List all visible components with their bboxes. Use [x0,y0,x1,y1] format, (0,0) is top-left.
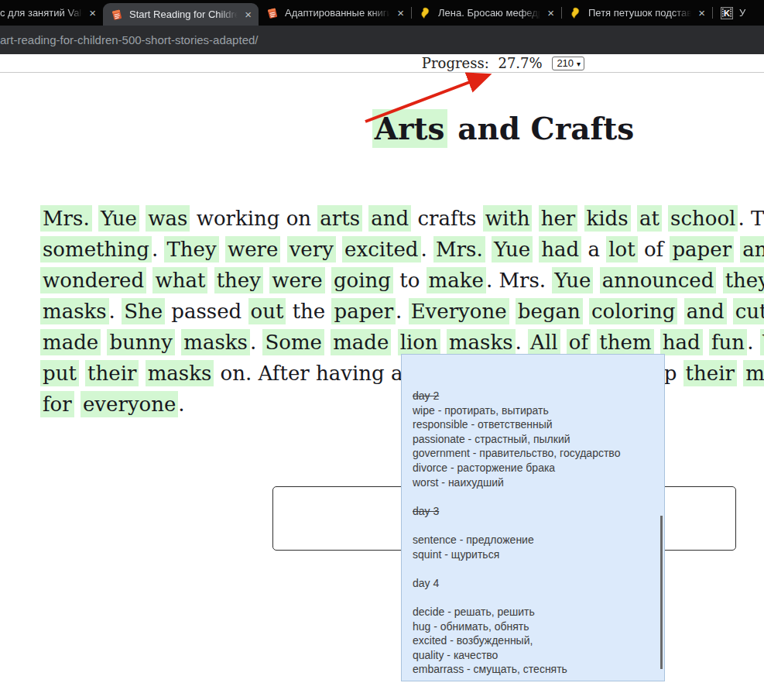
highlighted-word[interactable]: they [723,267,764,293]
highlighted-word[interactable]: paper [670,236,734,262]
highlighted-word[interactable]: them [597,329,653,355]
tab-strip: с для занятий Valeria×Start Reading for … [0,0,764,26]
highlighted-word[interactable]: and [684,298,727,324]
vocab-entry: day 2 [413,389,656,403]
browser-tab[interactable]: Адаптированные книги к× [259,0,411,26]
highlighted-word[interactable]: their [683,360,737,386]
highlighted-word[interactable]: paper [331,298,396,324]
highlighted-word[interactable]: Yue [98,205,139,232]
story-line: Mrs. Yue was working on arts and crafts … [40,203,764,234]
browser-tab[interactable]: Start Reading for Children× [103,3,259,26]
highlighted-word[interactable]: coloring [589,298,677,324]
highlighted-word[interactable]: All [528,329,560,355]
word: on. [221,362,252,385]
highlighted-word[interactable]: and [368,205,411,232]
highlighted-word[interactable]: Yue [552,267,593,293]
highlighted-word[interactable]: at [637,205,662,232]
highlighted-word[interactable]: fun [709,329,747,355]
highlighted-title-word[interactable]: Arts [372,109,447,148]
highlighted-word[interactable]: their [85,360,139,386]
highlighted-word[interactable]: had [660,329,703,355]
highlighted-word[interactable]: something [40,236,152,262]
highlighted-word[interactable]: began [516,298,583,324]
close-tab-icon[interactable]: × [694,6,712,19]
highlighted-word[interactable]: announced [600,267,717,293]
highlighted-word[interactable]: school [668,205,738,232]
tooltip-scrollbar[interactable] [660,516,663,669]
url-bar[interactable]: art-reading-for-children-500-short-stori… [0,26,764,54]
highlighted-word[interactable]: bunny [107,329,175,355]
highlighted-word[interactable]: and [740,236,764,262]
highlighted-word[interactable]: wondered [40,267,146,293]
vocabulary-tooltip: day 2wipe - протирать, вытиратьresponsib… [401,354,665,681]
highlighted-word[interactable]: masks [447,329,516,355]
close-tab-icon[interactable]: × [392,6,411,19]
vocab-entry: worst - наихудший [413,475,656,490]
browser-tab[interactable]: KУ [713,0,752,26]
word: Mrs. [498,269,546,292]
highlighted-word[interactable]: mess [743,360,764,386]
highlighted-word[interactable]: were [269,267,324,293]
highlighted-word[interactable]: lot [606,236,637,262]
highlighted-word[interactable]: they [214,267,263,293]
highlighted-word[interactable]: masks [181,329,250,355]
highlighted-word[interactable]: Mrs. [40,205,92,232]
highlighted-word[interactable]: very [287,236,336,262]
word: to [399,269,420,292]
highlighted-word[interactable]: her [539,205,578,232]
close-tab-icon[interactable]: × [543,6,561,19]
highlighted-word[interactable]: When [760,329,764,355]
yellow-character-favicon [420,7,432,19]
highlighted-word[interactable]: made [331,329,391,355]
story-line: something. They were very excited. Mrs. … [40,234,764,265]
highlighted-word[interactable]: Some [262,329,324,355]
highlighted-word[interactable]: were [225,236,280,262]
punctuation: . [109,300,115,323]
word: After [259,362,310,385]
highlighted-word[interactable]: for [40,391,74,417]
yellow-character-favicon [570,7,582,19]
highlighted-word[interactable]: of [567,329,591,355]
highlighted-word[interactable]: arts [317,205,362,232]
highlighted-word[interactable]: masks [40,298,109,324]
highlighted-word[interactable]: Mrs. [433,236,485,262]
highlighted-word[interactable]: excited [342,236,420,262]
highlighted-word[interactable]: She [122,298,165,324]
close-tab-icon[interactable]: × [240,8,259,21]
vocab-entry: squint - щуриться [413,547,656,562]
highlighted-word[interactable]: lion [398,329,440,355]
close-tab-icon[interactable]: × [84,6,103,19]
highlighted-word[interactable]: with [483,205,533,232]
highlighted-word[interactable]: had [539,236,581,262]
highlighted-word[interactable]: made [40,329,101,355]
highlighted-word[interactable]: They [164,236,218,262]
punctuation: . [486,269,492,292]
highlighted-word[interactable]: out [248,298,286,324]
punctuation: . [396,300,402,323]
highlighted-word[interactable]: Yue [492,236,533,262]
story-title: Arts and Crafts [0,111,764,146]
page-select-dropdown[interactable]: 210▾ [552,57,584,70]
highlighted-word[interactable]: what [152,267,207,293]
progress-value: 27.7% [498,55,542,71]
highlighted-word[interactable]: kids [584,205,631,232]
highlighted-word[interactable]: was [146,205,190,232]
vocab-entry: day 4 [413,576,656,591]
svg-text:K: K [724,9,730,18]
highlighted-word[interactable]: everyone [81,391,178,417]
browser-tab[interactable]: Лена. Бросаю мефедрон× [412,0,561,26]
tab-title: Петя петушок подставил [588,7,694,19]
highlighted-word[interactable]: cutting [733,298,764,324]
vocab-entry: responsible - ответственный [413,417,656,432]
highlighted-word[interactable]: masks [146,360,214,386]
browser-tab[interactable]: Петя петушок подставил× [562,0,712,26]
browser-tab[interactable]: с для занятий Valeria× [0,0,103,26]
word: passed [171,300,242,323]
highlighted-word[interactable]: Everyone [409,298,509,324]
vocab-entry: day 3 [413,504,656,519]
tab-title: Start Reading for Children [129,9,240,20]
highlighted-word[interactable]: put [40,360,79,386]
highlighted-word[interactable]: make [427,267,486,293]
progress-bar-row: Progress: 27.7% 210▾ [0,54,764,73]
highlighted-word[interactable]: going [331,267,393,293]
